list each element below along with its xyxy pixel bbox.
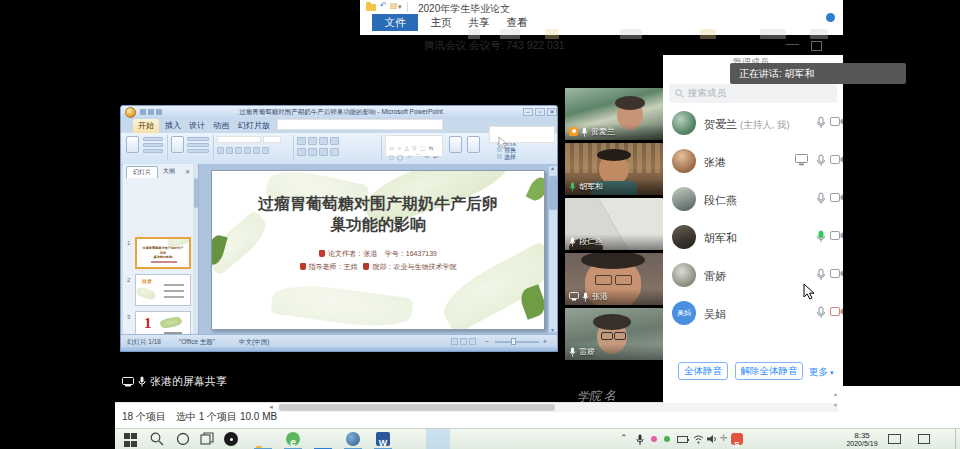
slide-thumbnail-2[interactable]: 目录	[135, 274, 191, 306]
numbering-button[interactable]	[308, 137, 317, 145]
scroll-down-icon[interactable]: ▼	[550, 327, 555, 333]
tray-mic-icon[interactable]	[636, 434, 644, 446]
bullets-button[interactable]	[297, 137, 306, 145]
panel-tab-outline[interactable]: 大纲	[158, 166, 180, 177]
camera-icon[interactable]	[830, 306, 843, 317]
video-tile-hujunhe[interactable]: 胡军和	[565, 143, 663, 195]
pinwheel-app-icon[interactable]	[224, 432, 238, 446]
camera-icon[interactable]	[830, 268, 843, 279]
slide-thumbnail-1[interactable]: 过瘤胃葡萄糖对围产期奶牛产后卵 巢功能的影响	[135, 237, 191, 269]
video-tile-heailan[interactable]: 贺爱兰	[565, 88, 663, 140]
participant-row[interactable]: 段仁燕	[663, 180, 843, 218]
ppt-tab-home[interactable]: 开始	[133, 119, 159, 133]
select-button[interactable]: 选择	[497, 153, 516, 162]
mic-icon[interactable]	[816, 154, 826, 167]
participant-row[interactable]: 雷娇	[663, 256, 843, 294]
indent-button[interactable]	[319, 137, 328, 145]
ppt-undo-icon[interactable]	[148, 109, 154, 115]
ppt-tab-slideshow[interactable]: 幻灯片放映	[235, 119, 273, 133]
ppt-restore-button[interactable]: ▫	[535, 108, 545, 116]
ppt-save-icon[interactable]	[140, 109, 146, 115]
paste-button[interactable]	[126, 136, 139, 153]
video-tile-zhanggang[interactable]: 张港	[565, 253, 663, 305]
qat-caret-icon[interactable]: ▾	[398, 3, 402, 11]
ppt-minimize-button[interactable]: –	[523, 108, 533, 116]
slide-thumbnail-3[interactable]: 1	[135, 311, 191, 334]
camera-icon[interactable]	[830, 192, 843, 203]
task-view-icon[interactable]	[200, 432, 215, 447]
normal-view-button[interactable]	[451, 338, 458, 345]
char-spacing-button[interactable]	[262, 147, 269, 154]
panel-tab-slides[interactable]: 幻灯片	[126, 166, 158, 178]
volume-icon[interactable]	[707, 434, 717, 444]
tray-red-s-icon[interactable]	[731, 433, 743, 445]
tray-pink-app-icon[interactable]	[651, 436, 657, 442]
cut-button[interactable]	[143, 137, 163, 141]
battery-icon[interactable]	[677, 436, 688, 443]
scroll-up-icon[interactable]: ▲	[550, 165, 555, 171]
ppt-tab-design[interactable]: 设计	[187, 119, 207, 133]
search-input[interactable]: 搜索成员	[669, 84, 837, 103]
line-spacing-button[interactable]	[330, 137, 339, 145]
browser-e-icon[interactable]	[286, 432, 300, 446]
unmute-all-button[interactable]: 解除全体静音	[735, 362, 803, 380]
align-left-button[interactable]	[297, 148, 306, 156]
mic-icon[interactable]	[816, 192, 826, 205]
thumbnail-scrollbar[interactable]	[193, 164, 199, 334]
mic-active-icon[interactable]	[816, 230, 826, 243]
mic-icon[interactable]	[816, 268, 826, 281]
italic-button[interactable]	[226, 147, 233, 154]
mute-all-button[interactable]: 全体静音	[678, 362, 728, 380]
action-center-icon[interactable]	[918, 434, 930, 444]
ppt-tab-animation[interactable]: 动画	[211, 119, 231, 133]
explorer-menu-home[interactable]: 主页	[424, 14, 458, 31]
reset-button[interactable]	[187, 143, 209, 147]
delete-slide-button[interactable]	[187, 149, 209, 153]
more-button[interactable]: 更多	[809, 366, 833, 379]
slideshow-view-button[interactable]	[469, 338, 476, 345]
camera-icon[interactable]	[830, 230, 843, 241]
quick-access-icon[interactable]: ▤	[390, 1, 398, 10]
explorer-help-icon[interactable]	[826, 13, 835, 22]
ppt-tab-insert[interactable]: 插入	[163, 119, 183, 133]
slide-vertical-scrollbar[interactable]: ▲ ▼	[549, 166, 557, 332]
taskbar-clock[interactable]: 8:35 2020/5/19	[843, 432, 881, 448]
align-right-button[interactable]	[319, 148, 328, 156]
mic-icon[interactable]	[816, 116, 826, 129]
slide-canvas[interactable]: 过瘤胃葡萄糖对围产期奶牛产后卵 巢功能的影响 论文作者：张港 学号：164371…	[211, 170, 545, 330]
tray-gray-icon[interactable]: ✛	[720, 433, 728, 443]
participant-row[interactable]: 张港	[663, 142, 843, 180]
copy-button[interactable]	[143, 143, 163, 147]
scroll-down-icon[interactable]: ▼	[833, 402, 838, 408]
camera-icon[interactable]	[830, 116, 843, 127]
tray-expand-icon[interactable]: ⌃	[620, 433, 628, 443]
ppt-redo-icon[interactable]	[156, 109, 162, 115]
explorer-menu-file[interactable]: 文件	[372, 14, 418, 31]
taskbar-search-icon[interactable]	[150, 432, 165, 447]
tray-green-app-icon[interactable]	[664, 436, 670, 442]
font-color-button[interactable]	[253, 147, 260, 154]
mic-icon[interactable]	[816, 306, 826, 319]
participant-row[interactable]: 胡军和	[663, 218, 843, 256]
font-name-combobox[interactable]	[217, 136, 261, 143]
zoom-slider-thumb[interactable]	[511, 338, 516, 345]
participant-row[interactable]: 吴娟 吴娟	[663, 294, 843, 332]
quick-styles-button[interactable]	[467, 136, 480, 153]
participant-row[interactable]: 贺爱兰 (主持人, 我)	[663, 104, 843, 142]
globe-app-icon[interactable]	[346, 432, 360, 446]
undo-icon[interactable]: ↶	[380, 1, 387, 10]
new-slide-button[interactable]	[171, 136, 184, 153]
shapes-gallery[interactable]	[385, 135, 443, 157]
zoom-slider[interactable]	[495, 341, 539, 343]
ppt-close-button[interactable]: ✕	[547, 108, 557, 116]
format-painter-button[interactable]	[143, 149, 163, 153]
layout-button[interactable]	[187, 137, 209, 141]
touch-keyboard-icon[interactable]	[888, 434, 901, 444]
show-desktop-button[interactable]	[955, 429, 956, 449]
office-button[interactable]	[125, 107, 136, 118]
cortana-icon[interactable]	[176, 432, 191, 447]
video-tile-duanrenyan[interactable]: 段仁燕	[565, 198, 663, 250]
horizontal-scrollbar-thumb[interactable]	[279, 404, 555, 411]
arrange-button[interactable]	[449, 136, 462, 153]
camera-icon[interactable]	[830, 154, 843, 165]
